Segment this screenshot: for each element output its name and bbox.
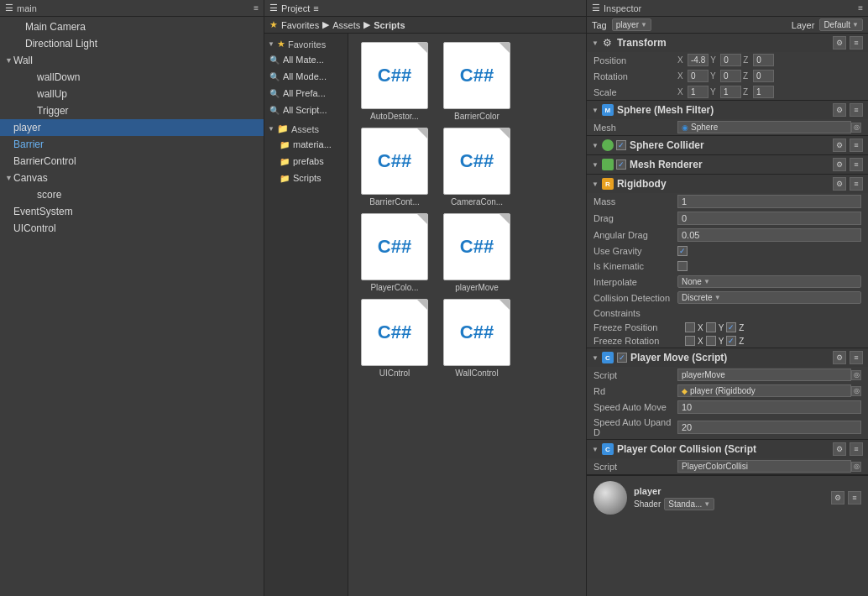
layer-dropdown[interactable]: Default ▼	[819, 18, 863, 31]
pc-script-value[interactable]: PlayerColorCollisi	[677, 460, 851, 473]
rigidbody-settings-btn[interactable]: ⚙	[833, 177, 846, 191]
rotation-y[interactable]: 0	[720, 70, 741, 82]
player-color-header[interactable]: C Player Color Collision (Script ⚙ ≡	[587, 440, 868, 458]
pc-script-select-btn[interactable]: ◎	[851, 462, 861, 472]
transform-menu-btn[interactable]: ≡	[850, 36, 863, 50]
speed-auto-upand-value[interactable]: 20	[677, 421, 861, 434]
rotation-z[interactable]: 0	[753, 70, 774, 82]
hierarchy-item-wall[interactable]: Wall	[0, 52, 264, 69]
scale-y[interactable]: 1	[720, 86, 741, 98]
script-item-2[interactable]: C## BarrierCont...	[357, 128, 432, 207]
hierarchy-menu-icon[interactable]: ☰	[5, 3, 13, 13]
hierarchy-options-icon[interactable]: ≡	[254, 3, 259, 13]
inspector-options-icon[interactable]: ≡	[858, 3, 863, 13]
hierarchy-item-canvas[interactable]: Canvas	[0, 170, 264, 186]
freeze-pos-z-checkbox[interactable]	[726, 322, 736, 332]
hierarchy-item-wall-up[interactable]: wallUp	[0, 86, 264, 102]
hierarchy-item-barrier[interactable]: Barrier	[0, 136, 264, 153]
angular-drag-value[interactable]: 0.05	[677, 228, 861, 242]
mesh-renderer-enabled[interactable]	[602, 159, 626, 170]
breadcrumb-scripts[interactable]: Scripts	[374, 20, 405, 30]
mesh-renderer-checkbox[interactable]	[616, 159, 626, 170]
assets-section-header[interactable]: 📁 Assets	[264, 122, 348, 136]
hierarchy-item-main-camera[interactable]: Main Camera	[0, 18, 264, 35]
mesh-filter-menu-btn[interactable]: ≡	[850, 103, 863, 117]
breadcrumb-favorites[interactable]: Favorites	[281, 20, 319, 30]
scale-z[interactable]: 1	[753, 86, 774, 98]
hierarchy-item-wall-down[interactable]: wallDown	[0, 69, 264, 86]
material-menu-btn[interactable]: ≡	[848, 491, 861, 505]
mesh-renderer-menu-btn[interactable]: ≡	[850, 158, 863, 171]
rotation-x[interactable]: 0	[688, 70, 709, 82]
sidebar-scripts[interactable]: 📁 Scripts	[264, 170, 348, 186]
sidebar-all-materials[interactable]: 🔍 All Mate...	[264, 51, 348, 68]
mesh-filter-header[interactable]: M Sphere (Mesh Filter) ⚙ ≡	[587, 101, 868, 119]
sidebar-all-prefabs[interactable]: 🔍 All Prefa...	[264, 85, 348, 102]
mesh-renderer-header[interactable]: Mesh Renderer ⚙ ≡	[587, 155, 868, 174]
inspector-menu-icon[interactable]: ☰	[592, 3, 600, 13]
script-item-7[interactable]: C## WallControl	[439, 299, 515, 378]
project-menu-icon[interactable]: ☰	[269, 3, 278, 13]
position-y[interactable]: 0	[720, 54, 741, 66]
sphere-collider-enabled[interactable]	[602, 139, 626, 151]
player-move-enabled-checkbox[interactable]	[617, 353, 627, 363]
rigidbody-header[interactable]: R Rigidbody ⚙ ≡	[587, 175, 868, 193]
position-z[interactable]: 0	[753, 54, 774, 66]
sphere-collider-menu-btn[interactable]: ≡	[850, 139, 863, 152]
tag-dropdown[interactable]: player ▼	[612, 18, 651, 31]
hierarchy-item-player[interactable]: player	[0, 119, 264, 136]
player-move-settings-btn[interactable]: ⚙	[833, 351, 846, 364]
script-item-4[interactable]: C## PlayerColo...	[357, 213, 432, 292]
script-item-0[interactable]: C## AutoDestor...	[357, 42, 432, 121]
shader-dropdown[interactable]: Standa... ▼	[664, 498, 714, 510]
script-item-5[interactable]: C## playerMove	[439, 213, 515, 292]
mesh-filter-settings-btn[interactable]: ⚙	[833, 103, 846, 117]
transform-settings-btn[interactable]: ⚙	[833, 36, 846, 50]
hierarchy-item-event-system[interactable]: EventSystem	[0, 203, 264, 220]
hierarchy-item-ui-control[interactable]: UIControl	[0, 220, 264, 237]
breadcrumb-assets[interactable]: Assets	[332, 20, 360, 30]
script-item-6[interactable]: C## UICntrol	[357, 299, 432, 378]
drag-value[interactable]: 0	[677, 212, 861, 225]
material-settings-btn[interactable]: ⚙	[831, 491, 844, 505]
interpolate-dropdown[interactable]: None ▼	[677, 275, 861, 288]
pm-script-select-btn[interactable]: ◎	[851, 370, 861, 380]
scale-x[interactable]: 1	[688, 86, 709, 98]
mesh-select-btn[interactable]: ◎	[851, 123, 861, 133]
freeze-pos-y-checkbox[interactable]	[706, 322, 716, 332]
rigidbody-menu-btn[interactable]: ≡	[850, 177, 863, 191]
mass-value[interactable]: 1	[677, 195, 861, 208]
sphere-collider-checkbox[interactable]	[616, 140, 626, 150]
sphere-collider-settings-btn[interactable]: ⚙	[833, 139, 846, 152]
hierarchy-item-trigger[interactable]: Trigger	[0, 102, 264, 119]
freeze-rot-y-checkbox[interactable]	[706, 336, 716, 346]
script-item-1[interactable]: C## BarrierColor	[439, 42, 515, 121]
script-item-3[interactable]: C## CameraCon...	[439, 128, 515, 207]
player-color-settings-btn[interactable]: ⚙	[833, 442, 846, 456]
transform-header[interactable]: ⚙ Transform ⚙ ≡	[587, 34, 868, 52]
freeze-pos-x-checkbox[interactable]	[685, 322, 695, 332]
freeze-rot-x-checkbox[interactable]	[685, 336, 695, 346]
player-color-menu-btn[interactable]: ≡	[850, 442, 863, 456]
sidebar-prefabs[interactable]: 📁 prefabs	[264, 153, 348, 170]
sidebar-all-models[interactable]: 🔍 All Mode...	[264, 68, 348, 85]
sidebar-materials[interactable]: 📁 materia...	[264, 136, 348, 153]
hierarchy-item-directional-light[interactable]: Directional Light	[0, 35, 264, 52]
use-gravity-checkbox[interactable]	[677, 246, 688, 256]
project-options-icon[interactable]: ≡	[313, 3, 318, 13]
pm-rd-select-btn[interactable]: ◎	[851, 386, 861, 396]
speed-auto-move-value[interactable]: 10	[677, 400, 861, 414]
hierarchy-item-barrier-control[interactable]: BarrierControl	[0, 153, 264, 170]
mesh-value-field[interactable]: ◉ Sphere	[677, 121, 851, 133]
player-move-header[interactable]: C Player Move (Script) ⚙ ≡	[587, 348, 868, 367]
is-kinematic-checkbox[interactable]	[677, 261, 688, 271]
sidebar-all-scripts[interactable]: 🔍 All Script...	[264, 102, 348, 118]
freeze-rot-z-checkbox[interactable]	[726, 336, 736, 346]
hierarchy-item-score[interactable]: score	[0, 186, 264, 203]
position-x[interactable]: -4.8	[688, 54, 709, 66]
pm-rd-value[interactable]: ◆ player (Rigidbody	[677, 384, 851, 397]
player-move-menu-btn[interactable]: ≡	[850, 351, 863, 364]
sphere-collider-header[interactable]: Sphere Collider ⚙ ≡	[587, 136, 868, 154]
collision-detection-dropdown[interactable]: Discrete ▼	[677, 291, 861, 304]
mesh-renderer-settings-btn[interactable]: ⚙	[833, 158, 846, 171]
